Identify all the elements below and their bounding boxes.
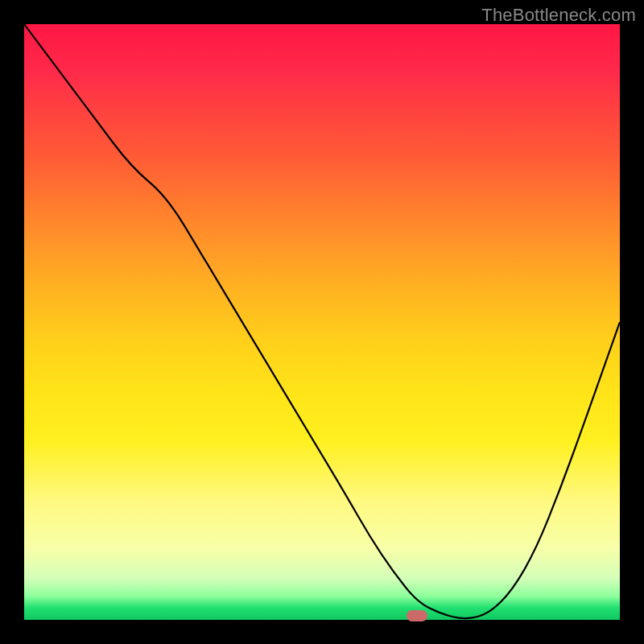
watermark-text: TheBottleneck.com xyxy=(481,5,636,26)
curve-path xyxy=(24,24,620,618)
plot-area xyxy=(24,24,620,620)
chart-frame: TheBottleneck.com xyxy=(0,0,644,644)
bottleneck-curve xyxy=(24,24,620,620)
optimal-point-marker xyxy=(407,610,427,621)
